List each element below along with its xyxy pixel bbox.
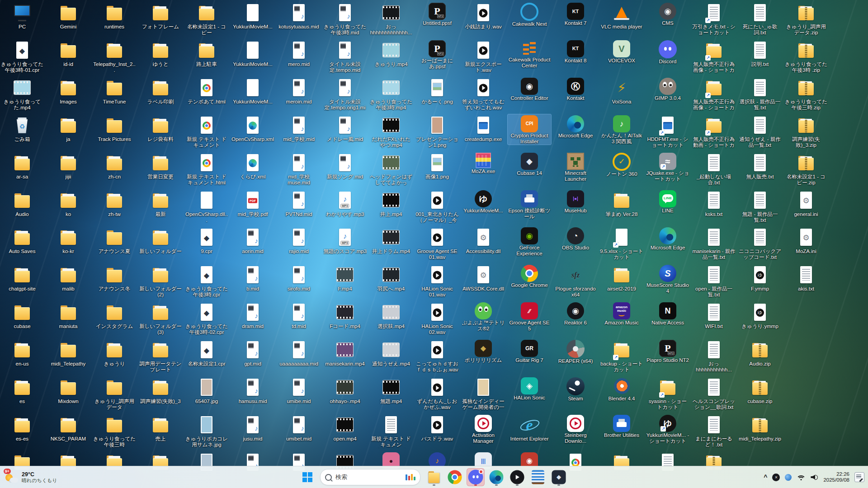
desktop-icon[interactable]: Cakewalk Next xyxy=(508,2,551,27)
desktop-icon[interactable]: GIMP 3.0.4 xyxy=(646,77,689,101)
desktop-icon[interactable]: ar-sa xyxy=(0,152,44,180)
desktop-icon[interactable]: ◆きゅうり食ってた午後3時-02.cpr xyxy=(185,301,228,335)
desktop-icon[interactable]: OpenCvSharp.xml xyxy=(231,114,274,142)
desktop-icon[interactable]: YukkuriMovieM... xyxy=(231,77,274,105)
desktop-icon[interactable]: maniuta xyxy=(47,301,90,329)
desktop-icon[interactable]: 新規エクスポート.wav xyxy=(462,39,505,73)
desktop-icon[interactable]: ⚙general.ini xyxy=(784,189,828,217)
taskbar-clock[interactable]: 22:26 2025/09/08 xyxy=(823,471,849,483)
desktop-icon[interactable]: sfzPlogue sforzando x64 xyxy=(554,264,597,298)
desktop-icon[interactable]: ♪td.mid xyxy=(277,301,321,329)
desktop-icon[interactable]: ◆ポリリリリズム xyxy=(462,339,505,363)
desktop-icon[interactable]: LINELINE xyxy=(646,189,689,214)
desktop-icon[interactable]: HALion Sonic 02.wav xyxy=(415,301,459,335)
desktop-icon[interactable]: 新しいフォルダー (2) xyxy=(139,264,182,298)
desktop-icon[interactable]: Microsoft Edge xyxy=(554,114,597,139)
desktop-icon[interactable]: ⚙Accessibility.dll xyxy=(462,226,505,254)
desktop-icon[interactable]: 営業日変更 xyxy=(139,152,182,180)
desktop-icon[interactable]: ♪uaaaaaaaaa.mid xyxy=(277,339,321,367)
desktop-icon[interactable]: ♪きゅうり食ってた午後3時.mid xyxy=(323,2,367,36)
desktop-icon[interactable]: ◉Reaktor 6 xyxy=(554,301,597,326)
desktop-icon[interactable]: インスタグラム xyxy=(93,301,136,329)
desktop-icon[interactable]: ラベル印刷 xyxy=(139,77,182,105)
desktop-icon[interactable]: Gemini xyxy=(47,2,90,30)
desktop-icon[interactable]: ◔OBS Studio xyxy=(554,226,597,251)
desktop-icon[interactable]: 調声練習(失敗)_3.zip xyxy=(784,114,828,148)
desktop-icon[interactable]: REAPER (x64) xyxy=(554,339,597,364)
desktop-icon[interactable]: 答え知っててもむずいわこれ.wav xyxy=(462,77,505,111)
desktop-icon[interactable]: 新規 テキスト ドキュメント.musicxml xyxy=(369,414,413,448)
desktop-icon[interactable]: ♪MP3わかりやす.mp3 xyxy=(323,189,367,217)
desktop-icon[interactable]: amazon musicAmazon Music xyxy=(600,301,643,326)
desktop-icon[interactable]: ♪mero.mid xyxy=(277,39,321,67)
desktop-icon[interactable]: ✓ノートン 360 xyxy=(600,152,643,177)
desktop-icon[interactable]: Microsoft Edge xyxy=(646,226,689,251)
desktop-icon[interactable]: 65407.jpg xyxy=(185,376,228,404)
desktop-icon[interactable]: Audio.zip xyxy=(738,339,782,367)
desktop-icon[interactable]: きゅうりボカコレ用サムネ.jpg xyxy=(185,414,228,448)
desktop-icon[interactable]: VLC media player xyxy=(600,2,643,30)
desktop-icon[interactable]: ↗無人販売不正行為動画 - ショートカット xyxy=(692,114,736,149)
taskbar-app-edge[interactable] xyxy=(487,468,505,486)
desktop-icon[interactable]: ja xyxy=(47,114,90,142)
desktop-icon[interactable]: 名称未設定1 - コピー xyxy=(185,2,228,36)
desktop-icon[interactable]: ♪hamusu.mid xyxy=(231,376,274,404)
desktop-icon[interactable]: malib xyxy=(47,264,90,292)
desktop-icon[interactable]: ⓀKontakt xyxy=(554,77,597,101)
desktop-icon[interactable]: Telepathy_Inst_2... xyxy=(93,39,136,73)
desktop-icon[interactable]: 小銭詰まり.wav xyxy=(462,2,505,30)
desktop-icon[interactable]: cubase.zip xyxy=(738,376,782,404)
desktop-icon[interactable]: 画像1.png xyxy=(415,152,459,180)
desktop-icon[interactable]: ♪メドレー風.mid xyxy=(323,114,367,142)
desktop-icon[interactable]: 調声用データテンプレート xyxy=(139,339,182,373)
desktop-icon[interactable]: VVOICEVOX xyxy=(600,39,643,64)
desktop-icon[interactable]: バスドラ.wav xyxy=(415,414,459,442)
desktop-icon[interactable]: zh-cn xyxy=(93,152,136,180)
desktop-icon[interactable]: きゅうり食ってた午後三時.zip xyxy=(784,77,828,111)
desktop-icon[interactable]: Groove Agent SE 01.wav xyxy=(415,226,459,260)
desktop-icon[interactable]: ♪新規ソング.mid xyxy=(323,152,367,180)
desktop-icon[interactable]: ずんだもん_しおかぜふ.wav xyxy=(415,376,459,410)
desktop-icon[interactable]: WIFI.txt xyxy=(692,301,736,329)
desktop-icon[interactable]: Epson 接続診断ツール xyxy=(508,189,551,220)
desktop-icon[interactable]: Steam xyxy=(554,376,597,402)
desktop-icon[interactable]: ◆9.cpr xyxy=(185,226,228,254)
desktop-icon[interactable]: 001_東北きりたん（ノーマル）_今じゃ... xyxy=(415,189,459,224)
desktop-icon[interactable]: おっhhhhhhhhhhh... xyxy=(692,339,736,373)
desktop-icon[interactable]: きゅうり食ってた午後3時.mp4 xyxy=(369,77,413,111)
desktop-icon[interactable]: _起動しない場合.txt xyxy=(692,152,736,186)
desktop-icon[interactable]: ↗無人販売不正行為画像 - ショートカッ... xyxy=(692,39,736,74)
wifi-icon[interactable] xyxy=(797,474,806,481)
desktop-icon[interactable]: ♪rajio.mid xyxy=(277,226,321,254)
desktop-icon[interactable]: SMuseScore Studio 4 xyxy=(646,264,689,294)
desktop-icon[interactable]: ko-kr xyxy=(47,226,90,254)
desktop-icon[interactable]: ♪MP3無題のスコア.mp3 xyxy=(323,226,367,254)
desktop-icon[interactable]: ♪gpt.mid xyxy=(231,339,274,367)
desktop-icon[interactable]: ◆名称未設定1.cpr xyxy=(185,339,228,367)
desktop-icon[interactable]: Brother Utilities xyxy=(600,414,643,438)
tray-mute-icon[interactable]: × xyxy=(772,474,780,481)
desktop-icon[interactable]: Steinberg Downlo... xyxy=(554,414,597,444)
desktop-icon[interactable]: createdump.exe xyxy=(462,114,505,142)
desktop-icon[interactable]: 死にたい_ゅ歌詞.txt xyxy=(738,2,782,36)
desktop-icon[interactable]: Mixdown xyxy=(47,376,90,404)
desktop-icon[interactable]: ♪sirofo.mid xyxy=(277,264,321,292)
desktop-icon[interactable]: ゆF.ymmp xyxy=(738,264,782,292)
desktop-icon[interactable]: HALion Sonic 01.wav xyxy=(415,264,459,298)
desktop-icon[interactable]: 売上 xyxy=(139,414,182,442)
desktop-icon[interactable]: ◉GeForce Experience xyxy=(508,226,551,257)
desktop-icon[interactable]: ◉CMS xyxy=(646,2,689,26)
desktop-icon[interactable]: ◉Controller Editor xyxy=(508,77,551,101)
desktop-icon[interactable]: プレゼンテーション1.png xyxy=(415,114,459,148)
desktop-icon[interactable]: ko xyxy=(47,189,90,217)
desktop-icon[interactable]: きゅうり食ってた.mp4 xyxy=(0,77,44,111)
desktop-icon[interactable]: 井上ドラム.mp4 xyxy=(369,226,413,254)
desktop-icon[interactable]: manisekarin.mp4 xyxy=(323,339,367,367)
desktop-icon[interactable]: id-id xyxy=(47,39,90,67)
desktop-icon[interactable]: 新しいフォルダー xyxy=(139,226,182,254)
desktop-icon[interactable]: ⚙AWSSDK.Core.dll xyxy=(462,264,505,292)
desktop-icon[interactable]: かるーく.png xyxy=(415,77,459,105)
desktop-icon[interactable]: ↗backup - ショートカット xyxy=(600,339,643,373)
desktop-icon[interactable]: 孤独なインディーゲーム開発者の一生 ... xyxy=(462,376,505,411)
desktop-icon[interactable]: くらび.xml xyxy=(231,152,274,180)
